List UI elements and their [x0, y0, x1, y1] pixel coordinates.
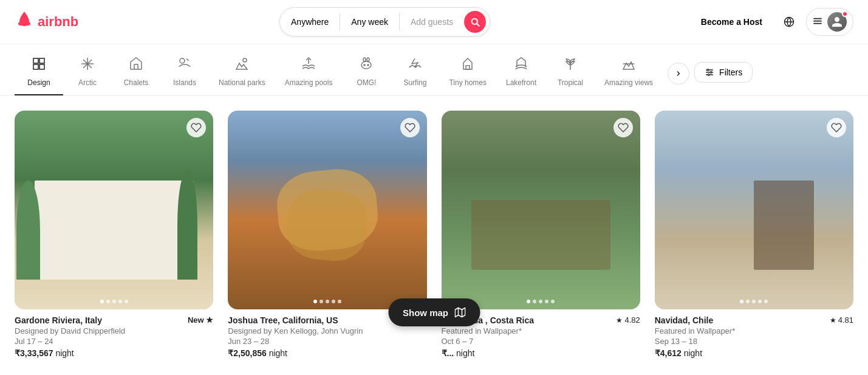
- search-button[interactable]: [464, 11, 486, 33]
- category-nav: Design Arctic Chalets Islands National p…: [0, 44, 868, 96]
- svg-point-24: [710, 72, 712, 74]
- image-dots: [313, 300, 341, 303]
- category-item-lakefront[interactable]: Lakefront: [496, 52, 546, 95]
- svg-rect-19: [466, 66, 470, 69]
- omg-icon: [359, 57, 374, 75]
- category-item-national-parks[interactable]: National parks: [209, 52, 275, 95]
- category-item-tropical[interactable]: Tropical: [546, 52, 595, 95]
- dot: [758, 300, 762, 303]
- category-label-design: Design: [27, 78, 50, 87]
- category-label-amazing-views: Amazing views: [604, 78, 653, 87]
- wishlist-button[interactable]: [613, 118, 633, 137]
- svg-point-14: [361, 61, 371, 69]
- category-label-omg: OMG!: [357, 78, 376, 87]
- map-icon: [454, 307, 465, 318]
- category-label-national-parks: National parks: [219, 78, 265, 87]
- star-icon: ★: [616, 316, 623, 325]
- dot: [313, 300, 317, 303]
- category-item-surfing[interactable]: Surfing: [391, 52, 439, 95]
- listing-price: ₹... night: [442, 348, 640, 358]
- svg-line-3: [477, 24, 479, 26]
- dot: [764, 300, 768, 303]
- heart-icon: [831, 122, 842, 133]
- category-label-arctic: Arctic: [78, 78, 97, 87]
- dot: [746, 300, 750, 303]
- search-bar: Anywhere Any week Add guests: [279, 7, 490, 36]
- listing-dates: Jul 17 – 24: [15, 337, 213, 346]
- dot: [100, 300, 104, 303]
- listing-image-wrap: [442, 111, 640, 309]
- location-search[interactable]: Anywhere: [280, 8, 340, 36]
- svg-point-13: [243, 58, 247, 62]
- logo[interactable]: airbnb: [15, 10, 78, 34]
- tiny-homes-icon: [460, 57, 475, 75]
- svg-point-0: [18, 22, 23, 26]
- design-icon: [32, 57, 46, 75]
- svg-marker-26: [455, 308, 465, 317]
- listing-info: Navidad, Chile ★4.81 Featured in Wallpap…: [655, 309, 853, 360]
- category-item-tiny-homes[interactable]: Tiny homes: [439, 52, 496, 95]
- listing-image-wrap: [228, 111, 426, 309]
- listing-subtitle: Featured in Wallpaper*: [442, 326, 640, 335]
- category-item-amazing-pools[interactable]: Amazing pools: [275, 52, 343, 95]
- category-item-omg[interactable]: OMG!: [342, 52, 391, 95]
- dates-search[interactable]: Any week: [340, 8, 399, 36]
- show-map-label: Show map: [403, 308, 448, 318]
- hamburger-icon: [813, 16, 822, 28]
- chevron-right-icon: [675, 70, 682, 77]
- dot: [539, 300, 542, 303]
- arctic-icon: [80, 57, 95, 75]
- dot: [752, 300, 756, 303]
- guests-search[interactable]: Add guests: [400, 8, 464, 36]
- wishlist-button[interactable]: [827, 118, 846, 137]
- listing-location: Navidad, Chile: [655, 315, 713, 325]
- category-item-chalets[interactable]: Chalets: [112, 52, 160, 95]
- listing-title-row: Navidad, Chile ★4.81: [655, 315, 853, 325]
- category-item-islands[interactable]: Islands: [160, 52, 209, 95]
- category-nav-next[interactable]: [668, 63, 689, 84]
- surfing-icon: [408, 57, 422, 75]
- category-item-amazing-views[interactable]: Amazing views: [595, 52, 663, 95]
- dot: [338, 300, 341, 303]
- image-dots: [740, 300, 768, 303]
- header: airbnb Anywhere Any week Add guests Beco…: [0, 0, 868, 44]
- become-host-button[interactable]: Become a Host: [691, 11, 772, 33]
- filters-label: Filters: [719, 67, 742, 77]
- heart-icon: [405, 122, 415, 133]
- listing-card-3[interactable]: Navidad, Chile ★4.81 Featured in Wallpap…: [655, 111, 853, 360]
- dot: [332, 300, 335, 303]
- main-content: Gardone Riviera, Italy New ★ Designed by…: [0, 96, 868, 375]
- user-menu[interactable]: [806, 8, 853, 36]
- show-map-button[interactable]: Show map: [388, 298, 480, 326]
- wishlist-button[interactable]: [400, 118, 420, 137]
- dot: [545, 300, 548, 303]
- globe-button[interactable]: [777, 10, 801, 34]
- listing-card-0[interactable]: Gardone Riviera, Italy New ★ Designed by…: [15, 111, 213, 360]
- tropical-icon: [563, 57, 578, 75]
- logo-icon: [15, 10, 34, 34]
- category-label-surfing: Surfing: [403, 78, 426, 87]
- listing-dates: Sep 13 – 18: [655, 337, 853, 346]
- listing-image-wrap: [655, 111, 853, 309]
- listing-rating: ★4.81: [830, 315, 853, 325]
- listing-location: Joshua Tree, California, US: [228, 315, 338, 325]
- wishlist-button[interactable]: [186, 118, 206, 137]
- star-icon: ★: [830, 316, 836, 325]
- listing-location: Gardone Riviera, Italy: [15, 315, 102, 325]
- heart-icon: [618, 122, 629, 133]
- listing-subtitle: Designed by Ken Kellogg, John Vugrin: [228, 326, 426, 335]
- dot: [125, 300, 128, 303]
- dot: [112, 300, 116, 303]
- svg-point-17: [364, 64, 365, 66]
- globe-icon: [784, 16, 795, 27]
- national-parks-icon: [234, 57, 249, 75]
- category-label-lakefront: Lakefront: [506, 78, 536, 87]
- listing-price: ₹3,33,567 night: [15, 348, 213, 358]
- listing-price: ₹2,50,856 night: [228, 348, 426, 358]
- search-icon: [470, 17, 480, 27]
- category-item-design[interactable]: Design: [15, 52, 63, 95]
- category-label-islands: Islands: [173, 78, 196, 87]
- category-item-arctic[interactable]: Arctic: [63, 52, 112, 95]
- listing-price: ₹4,612 night: [655, 348, 853, 358]
- filters-button[interactable]: Filters: [694, 62, 753, 83]
